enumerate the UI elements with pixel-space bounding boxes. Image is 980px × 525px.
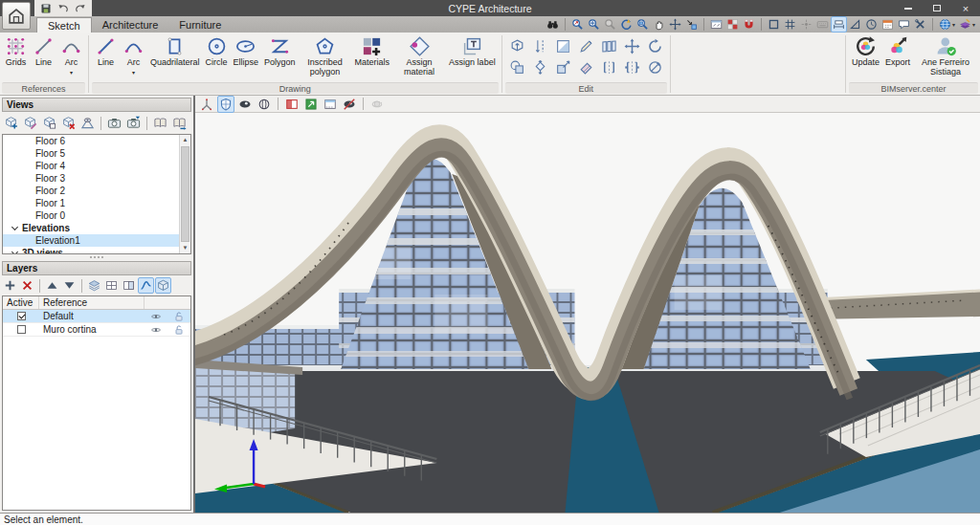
rotate-axis-button[interactable]: [645, 57, 665, 77]
projection-view-button[interactable]: [78, 114, 97, 132]
visibility-toggle[interactable]: [145, 324, 167, 336]
configuration-button[interactable]: [912, 16, 928, 33]
recent-button[interactable]: [863, 16, 880, 33]
move-view-button[interactable]: [667, 16, 683, 33]
arc-button[interactable]: Arc▾: [121, 34, 146, 77]
search-button[interactable]: [545, 16, 561, 33]
materials-button[interactable]: Materials: [353, 34, 392, 69]
view-item-floor-6[interactable]: Floor 6: [3, 135, 190, 147]
zoom-previous-button[interactable]: [602, 16, 618, 33]
delete-button[interactable]: [576, 57, 596, 77]
coordinates-button[interactable]: [814, 16, 831, 33]
view-item-floor-2[interactable]: Floor 2: [3, 185, 190, 197]
minimize-button[interactable]: [894, 0, 923, 16]
app-logo-button[interactable]: [2, 2, 31, 30]
active-checkbox[interactable]: [17, 312, 26, 320]
scroll-down-icon[interactable]: ▼: [180, 243, 190, 253]
previous-view-button[interactable]: [151, 114, 169, 132]
maximize-button[interactable]: [923, 0, 951, 16]
extrude-button[interactable]: [507, 36, 527, 56]
zoom-region-button[interactable]: [635, 16, 651, 33]
undo-button[interactable]: [56, 1, 71, 16]
measure-button[interactable]: [530, 36, 550, 56]
close-button[interactable]: ×: [951, 0, 980, 16]
add-layer-button[interactable]: [2, 277, 18, 294]
flip-button[interactable]: [530, 57, 550, 77]
grid-button[interactable]: [782, 16, 798, 33]
zoom-all-button[interactable]: [586, 16, 602, 33]
background-button[interactable]: [322, 96, 339, 113]
pan-button[interactable]: [651, 16, 667, 33]
chevron-down-icon[interactable]: [11, 249, 18, 254]
hide-elements-button[interactable]: [341, 96, 358, 113]
textures-button[interactable]: [217, 96, 234, 113]
assign-label-button[interactable]: Assign label: [447, 34, 498, 69]
tab-furniture[interactable]: Furniture: [168, 17, 232, 33]
delete-layer-button[interactable]: [19, 277, 35, 294]
visibility-toggle[interactable]: [145, 311, 167, 322]
lock-toggle[interactable]: [167, 311, 190, 322]
planning-button[interactable]: [880, 16, 896, 33]
view-item-floor-0[interactable]: Floor 0: [3, 209, 190, 222]
chevron-down-icon[interactable]: [11, 224, 18, 230]
tab-sketch[interactable]: Sketch: [36, 17, 92, 33]
section-box-button[interactable]: [283, 96, 301, 113]
curves-button[interactable]: [138, 277, 154, 294]
orbit-button[interactable]: [256, 96, 273, 113]
assign-material-button[interactable]: Assign material: [393, 34, 445, 77]
rotate-button[interactable]: [645, 36, 665, 56]
snap-points-button[interactable]: [798, 16, 814, 33]
lock-toggle[interactable]: [167, 324, 190, 336]
scrollbar-thumb[interactable]: [181, 146, 189, 242]
ortho-button[interactable]: [766, 16, 782, 33]
angle-button[interactable]: [847, 16, 863, 33]
object-snap-button[interactable]: [741, 16, 757, 33]
zoom-window-button[interactable]: [569, 16, 586, 33]
polygon-button[interactable]: Polygon: [262, 34, 298, 69]
save-button[interactable]: [38, 1, 54, 16]
full-screen-button[interactable]: [683, 16, 700, 33]
view-mode-button[interactable]: [236, 96, 254, 113]
line-button[interactable]: Line: [31, 34, 56, 69]
show-all-button[interactable]: [103, 277, 120, 294]
layer-row-default[interactable]: Default: [3, 310, 190, 323]
layer-down-button[interactable]: [61, 277, 78, 294]
view-item-elevation1[interactable]: Elevation1: [3, 234, 190, 247]
dimensions-button[interactable]: [831, 16, 847, 33]
quadrilateral-button[interactable]: Quadrilateral: [148, 34, 202, 69]
3d-window-button[interactable]: [708, 16, 724, 33]
bimserver-sync-button[interactable]: ▾: [937, 16, 957, 33]
view-item-floor-4[interactable]: Floor 4: [3, 160, 190, 172]
view-item-elevations[interactable]: Elevations: [3, 222, 190, 234]
move-button[interactable]: [622, 36, 642, 56]
help-button[interactable]: ▾: [957, 16, 977, 33]
grids-button[interactable]: Grids: [3, 34, 29, 69]
layer-row-muro-cortina[interactable]: Muro cortina: [3, 323, 190, 337]
view-item-3d-views[interactable]: 3D views: [3, 247, 190, 254]
templates-button[interactable]: [724, 16, 741, 33]
arc-button[interactable]: Arc▾: [58, 34, 84, 77]
redo-button[interactable]: [73, 1, 88, 16]
solid-view-button[interactable]: [155, 277, 171, 294]
inscribed-polygon-button[interactable]: Inscribed polygon: [300, 34, 351, 77]
invert-button[interactable]: [553, 36, 573, 56]
duplicate-view-button[interactable]: [40, 114, 58, 132]
symmetry-button[interactable]: [599, 57, 619, 77]
view-item-floor-1[interactable]: Floor 1: [3, 197, 190, 209]
show-current-button[interactable]: [121, 277, 137, 294]
redraw-button[interactable]: [618, 16, 635, 33]
edit-button[interactable]: [576, 36, 596, 56]
next-view-button[interactable]: [170, 114, 189, 132]
export-button[interactable]: Export: [883, 34, 912, 69]
delete-view-button[interactable]: [59, 114, 78, 132]
new-view-button[interactable]: [2, 114, 20, 132]
active-checkbox[interactable]: [17, 325, 26, 334]
restore-camera-button[interactable]: [124, 114, 143, 132]
ane-ferreiro-sistiaga-button[interactable]: Ane Ferreiro Sistiaga: [914, 34, 977, 77]
multiply-button[interactable]: [599, 36, 619, 56]
clipping-button[interactable]: [302, 96, 320, 113]
view-item-floor-5[interactable]: Floor 5: [3, 147, 190, 160]
panel-splitter[interactable]: [0, 254, 193, 259]
tab-architecture[interactable]: Architecture: [92, 17, 169, 33]
layer-up-button[interactable]: [44, 277, 60, 294]
